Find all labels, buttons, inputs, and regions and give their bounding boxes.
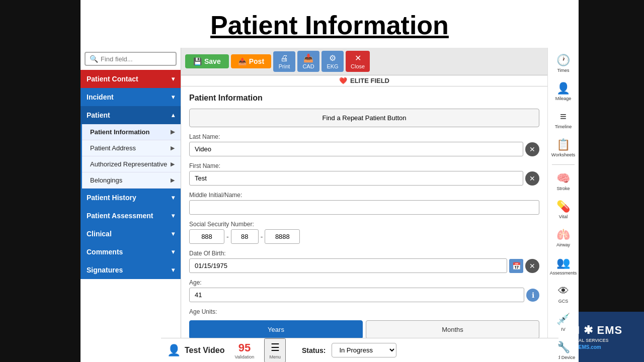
- mileage-tool-button[interactable]: 👤 Mileage: [549, 78, 577, 105]
- close-button[interactable]: ✕ Close: [346, 51, 370, 72]
- iv-icon: 💉: [556, 313, 570, 326]
- dob-input[interactable]: [189, 258, 507, 273]
- status-bar: 👤 Test Video 95 Validation ☰ Menu Status…: [161, 338, 558, 362]
- chevron-right-icon: ▶: [171, 129, 175, 135]
- last-name-input[interactable]: [189, 142, 523, 156]
- menu-icon: ☰: [271, 341, 280, 353]
- ekg-button[interactable]: ⚙ EKG: [321, 51, 344, 72]
- form-content: Patient Information Find a Repeat Patien…: [181, 86, 547, 362]
- ssn-part2-input[interactable]: [231, 229, 259, 244]
- print-icon: 🖨: [280, 54, 288, 63]
- user-icon: 👤: [167, 344, 181, 357]
- menu-label: Menu: [269, 354, 281, 359]
- calendar-button[interactable]: 📅: [509, 259, 523, 273]
- age-unit-years-button[interactable]: Years: [189, 320, 363, 339]
- first-name-input[interactable]: [189, 171, 523, 186]
- first-name-group: First Name: ✕: [189, 162, 539, 186]
- mileage-icon: 👤: [556, 82, 570, 95]
- middle-initial-group: Middle Initial/Name:: [189, 192, 539, 215]
- age-input[interactable]: [189, 288, 524, 302]
- last-name-group: Last Name: ✕: [189, 133, 539, 156]
- assessments-tool-button[interactable]: 👥 Assessments: [549, 253, 577, 279]
- last-name-clear-button[interactable]: ✕: [525, 142, 539, 156]
- save-button[interactable]: 💾 Save: [185, 54, 229, 68]
- ssn-part3-input[interactable]: [265, 229, 300, 244]
- sidebar-item-clinical[interactable]: Clinical ▾: [80, 225, 181, 243]
- chevron-down-icon: ▾: [172, 248, 175, 255]
- save-icon: 💾: [193, 57, 202, 65]
- sidebar-item-patient-information[interactable]: Patient Information ▶: [82, 124, 181, 140]
- gcs-icon: 👁: [558, 285, 569, 298]
- toolbar: 💾 Save 📤 Post 🖨 Print 📥 CAD: [181, 48, 547, 75]
- age-group: Age: ℹ: [189, 279, 539, 302]
- sidebar-item-comments[interactable]: Comments ▾: [80, 243, 181, 261]
- sidebar-item-belongings[interactable]: Belongings ▶: [82, 172, 181, 189]
- form-panel: 💾 Save 📤 Post 🖨 Print 📥 CAD: [181, 48, 547, 362]
- iv-tool-button[interactable]: 💉 IV: [549, 309, 577, 335]
- post-button[interactable]: 📤 Post: [231, 54, 271, 68]
- age-units-label: Age Units:: [189, 308, 539, 315]
- patient-sub-menu: Patient Information ▶ Patient Address ▶ …: [80, 124, 181, 189]
- left-sidebar: 🔍 Patient Contact ▾ Incident ▾ Patient: [80, 48, 181, 362]
- dob-group: Date Of Birth: 📅 ✕: [189, 250, 539, 273]
- page-title: Patient Information: [80, 0, 579, 48]
- age-label: Age:: [189, 279, 539, 286]
- search-icon: 🔍: [90, 55, 98, 63]
- first-name-clear-button[interactable]: ✕: [525, 171, 539, 186]
- search-input[interactable]: [101, 55, 172, 63]
- airway-tool-button[interactable]: 🫁 Airway: [549, 225, 577, 251]
- print-button[interactable]: 🖨 Print: [273, 51, 295, 72]
- chevron-down-icon: ▾: [172, 75, 175, 82]
- search-bar[interactable]: 🔍: [85, 52, 177, 66]
- user-info: 👤 Test Video: [167, 344, 224, 357]
- times-tool-button[interactable]: 🕐 Times: [549, 50, 577, 76]
- vital-icon: 💊: [556, 200, 570, 213]
- chevron-down-icon: ▾: [172, 212, 175, 219]
- validation-label: Validation: [235, 354, 255, 359]
- cad-button[interactable]: 📥 CAD: [297, 51, 319, 72]
- chevron-down-icon: ▾: [172, 94, 175, 101]
- age-units-row: Years Months: [189, 320, 539, 339]
- sidebar-item-patient-assessment[interactable]: Patient Assessment ▾: [80, 207, 181, 225]
- validation-number: 95: [238, 341, 251, 354]
- med-device-icon: 🔧: [556, 341, 570, 354]
- middle-initial-input[interactable]: [189, 200, 539, 215]
- first-name-label: First Name:: [189, 162, 539, 169]
- dob-clear-button[interactable]: ✕: [525, 259, 539, 273]
- chevron-up-icon: ▴: [172, 112, 175, 119]
- sidebar-item-incident[interactable]: Incident ▾: [80, 88, 181, 106]
- menu-button[interactable]: ☰ Menu: [264, 338, 286, 363]
- ssn-dash-2: -: [261, 233, 263, 241]
- age-unit-months-button[interactable]: Months: [366, 320, 539, 339]
- status-select[interactable]: In Progress Complete Pending: [332, 343, 396, 357]
- chevron-down-icon: ▾: [172, 230, 175, 237]
- timeline-tool-button[interactable]: ≡ Timeline: [549, 107, 577, 133]
- stroke-tool-button[interactable]: 🧠 Stroke: [549, 168, 577, 195]
- airway-icon: 🫁: [556, 228, 570, 241]
- chevron-down-icon: ▾: [172, 266, 175, 274]
- middle-initial-label: Middle Initial/Name:: [189, 192, 539, 199]
- sidebar-item-patient[interactable]: Patient ▴: [80, 106, 181, 124]
- ssn-dash-1: -: [226, 233, 229, 241]
- sidebar-item-authorized-representative[interactable]: Authorized Representative ▶: [82, 156, 181, 172]
- sidebar-item-patient-address[interactable]: Patient Address ▶: [82, 140, 181, 156]
- brand-name: ELITE FIELD: [350, 77, 389, 84]
- nav-section: Patient Contact ▾ Incident ▾ Patient ▴: [80, 70, 181, 279]
- sidebar-item-signatures[interactable]: Signatures ▾: [80, 261, 181, 279]
- cad-icon: 📥: [303, 53, 313, 63]
- worksheets-tool-button[interactable]: 📋 Worksheets: [549, 135, 577, 161]
- vital-tool-button[interactable]: 💊 Vital: [549, 197, 577, 223]
- form-section-title: Patient Information: [189, 94, 539, 103]
- repeat-patient-button[interactable]: Find a Repeat Patient Button: [189, 109, 539, 127]
- brand-bar: ❤️ ELITE FIELD: [181, 75, 547, 86]
- gcs-tool-button[interactable]: 👁 GCS: [549, 281, 577, 307]
- sidebar-item-patient-history[interactable]: Patient History ▾: [80, 189, 181, 207]
- ssn-part1-input[interactable]: [189, 229, 224, 244]
- timeline-icon: ≡: [560, 110, 567, 123]
- chevron-right-icon: ▶: [171, 161, 175, 167]
- sidebar-item-patient-contact[interactable]: Patient Contact ▾: [80, 70, 181, 88]
- age-info-button[interactable]: ℹ: [526, 289, 539, 302]
- right-tool-panel: 🕐 Times 👤 Mileage ≡ Timeline 📋 Worksheet…: [547, 48, 579, 362]
- ssn-label: Social Security Number:: [189, 221, 539, 228]
- chevron-down-icon: ▾: [172, 194, 175, 201]
